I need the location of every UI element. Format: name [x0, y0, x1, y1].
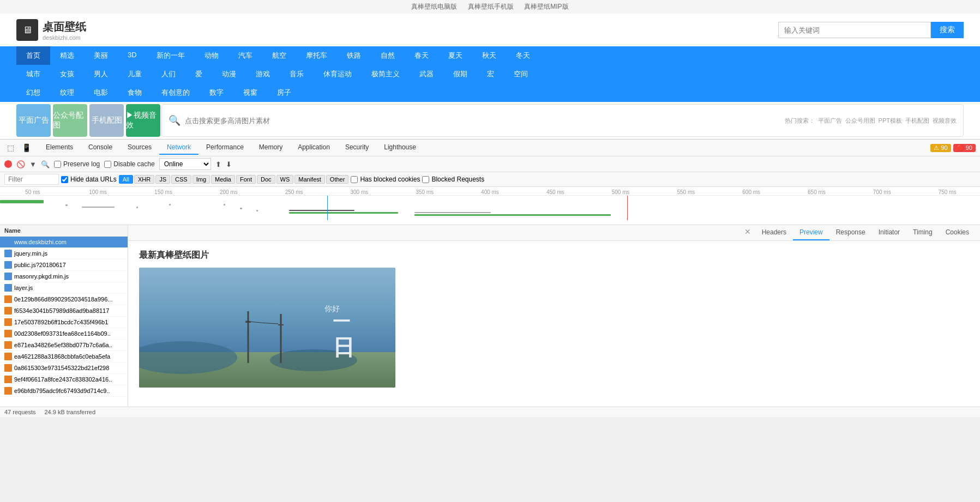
nav-item-城市[interactable]: 城市 — [16, 65, 50, 83]
banner-tag-1[interactable]: 平面广告 — [818, 117, 842, 125]
blocked-requests-checkbox[interactable] — [422, 176, 429, 183]
nav-item-有创意的[interactable]: 有创意的 — [152, 83, 200, 102]
nav-item-冬天[interactable]: 冬天 — [506, 46, 540, 65]
nav-item-铁路[interactable]: 铁路 — [337, 46, 371, 65]
record-button[interactable] — [4, 160, 12, 168]
request-item[interactable]: masonry.pkgd.min.js — [0, 271, 128, 282]
filter-input[interactable] — [4, 174, 59, 185]
mobile-icon[interactable]: 📱 — [19, 142, 34, 154]
nav-item-航空[interactable]: 航空 — [262, 46, 296, 65]
request-item[interactable]: public.js?20180617 — [0, 259, 128, 271]
nav-item-宏[interactable]: 宏 — [477, 65, 504, 83]
banner-card-2[interactable]: 手机配图 — [89, 104, 124, 137]
request-item[interactable]: 0e129b866d89902952034518a996... — [0, 294, 128, 305]
topbar-link-desktop[interactable]: 真棒壁纸电脑版 — [411, 3, 457, 10]
filter-type-xhr[interactable]: XHR — [134, 175, 154, 184]
filter-type-css[interactable]: CSS — [171, 175, 191, 184]
nav-item-空间[interactable]: 空间 — [504, 65, 538, 83]
request-item[interactable]: 0a8615303e9731545322bd21ef298 — [0, 362, 128, 374]
disable-cache-label[interactable]: Disable cache — [104, 160, 154, 168]
nav-item-假期[interactable]: 假期 — [443, 65, 477, 83]
preserve-log-checkbox[interactable] — [54, 161, 61, 168]
devtools-tab-elements[interactable]: Elements — [38, 141, 81, 155]
filter-type-other[interactable]: Other — [326, 175, 349, 184]
topbar-link-mip[interactable]: 真棒壁纸MIP版 — [524, 3, 568, 10]
nav-item-春天[interactable]: 春天 — [405, 46, 438, 65]
nav-item-秋天[interactable]: 秋天 — [472, 46, 506, 65]
filter-type-media[interactable]: Media — [211, 175, 235, 184]
has-blocked-cookies-checkbox[interactable] — [351, 176, 358, 183]
nav-item-幻想[interactable]: 幻想 — [16, 83, 50, 102]
devtools-tab-sources[interactable]: Sources — [120, 141, 159, 155]
nav-item-首页[interactable]: 首页 — [16, 46, 50, 65]
nav-item-夏天[interactable]: 夏天 — [438, 46, 472, 65]
banner-tag-4[interactable]: 手机配图 — [905, 117, 929, 125]
nav-item-音乐[interactable]: 音乐 — [280, 65, 314, 83]
request-item[interactable]: ea4621288a31868cbbfa6c0eba5efa — [0, 351, 128, 362]
hide-data-urls-checkbox[interactable] — [61, 176, 68, 183]
devtools-tab-network[interactable]: Network — [159, 141, 199, 155]
filter-icon[interactable]: ▼ — [29, 160, 37, 168]
nav-item-游戏[interactable]: 游戏 — [246, 65, 280, 83]
has-blocked-cookies-label[interactable]: Has blocked cookies — [351, 176, 420, 183]
banner-card-1[interactable]: 公众号配图 — [53, 104, 87, 137]
panel-tab-preview[interactable]: Preview — [793, 225, 829, 240]
clear-button[interactable]: 🚫 — [16, 160, 25, 168]
request-item[interactable]: www.deskbizhi.com — [0, 237, 128, 248]
nav-item-人们[interactable]: 人们 — [152, 65, 185, 83]
nav-item-动物[interactable]: 动物 — [195, 46, 229, 65]
nav-item-儿童[interactable]: 儿童 — [118, 65, 152, 83]
devtools-tab-application[interactable]: Application — [290, 141, 338, 155]
nav-item-电影[interactable]: 电影 — [84, 83, 118, 102]
panel-tab-response[interactable]: Response — [829, 225, 872, 240]
request-item[interactable]: 00d2308ef093731fea68ce1164b09.. — [0, 328, 128, 340]
filter-type-doc[interactable]: Doc — [257, 175, 275, 184]
request-item[interactable]: e96bfdb795adc9fc67493d9d714c9.. — [0, 385, 128, 397]
nav-item-房子[interactable]: 房子 — [267, 83, 301, 102]
search-icon[interactable]: 🔍 — [41, 160, 50, 168]
banner-card-3[interactable]: ▶视频音效 — [126, 104, 160, 137]
panel-tab-timing[interactable]: Timing — [906, 225, 939, 240]
search-input[interactable] — [778, 22, 931, 38]
request-item[interactable]: f6534e3041b57989d86ad9ba88117 — [0, 305, 128, 317]
banner-card-0[interactable]: 平面广告 — [16, 104, 51, 137]
banner-tag-5[interactable]: 视频音效 — [933, 117, 957, 125]
nav-item-视窗[interactable]: 视窗 — [233, 83, 267, 102]
nav-item-汽车[interactable]: 汽车 — [229, 46, 262, 65]
nav-item-纹理[interactable]: 纹理 — [50, 83, 84, 102]
nav-item-美丽[interactable]: 美丽 — [84, 46, 118, 65]
topbar-link-mobile[interactable]: 真棒壁纸手机版 — [468, 3, 514, 10]
panel-tab-initiator[interactable]: Initiator — [872, 225, 906, 240]
nav-item-男人[interactable]: 男人 — [84, 65, 118, 83]
cursor-icon[interactable]: ⬚ — [4, 142, 17, 154]
panel-tab-cookies[interactable]: Cookies — [939, 225, 976, 240]
filter-type-font[interactable]: Font — [236, 175, 256, 184]
nav-item-自然[interactable]: 自然 — [371, 46, 405, 65]
devtools-tab-performance[interactable]: Performance — [199, 141, 251, 155]
disable-cache-checkbox[interactable] — [104, 161, 111, 168]
close-panel-button[interactable]: ✕ — [740, 225, 755, 240]
nav-item-休育运动[interactable]: 休育运动 — [314, 65, 362, 83]
nav-item-新的一年[interactable]: 新的一年 — [147, 46, 195, 65]
nav-item-极简主义[interactable]: 极简主义 — [362, 65, 410, 83]
request-item[interactable]: jquery.min.js — [0, 248, 128, 259]
filter-type-ws[interactable]: WS — [276, 175, 294, 184]
devtools-tab-console[interactable]: Console — [81, 141, 120, 155]
banner-search-input[interactable] — [185, 117, 780, 125]
nav-item-摩托车[interactable]: 摩托车 — [296, 46, 337, 65]
filter-type-all[interactable]: All — [119, 175, 133, 184]
banner-tag-3[interactable]: PPT模板 — [879, 117, 902, 125]
nav-item-精选[interactable]: 精选 — [50, 46, 84, 65]
request-item[interactable]: e871ea34826e5ef38bd077b7c6a6a.. — [0, 340, 128, 351]
filter-type-img[interactable]: Img — [193, 175, 210, 184]
search-button[interactable]: 搜索 — [931, 22, 964, 38]
devtools-tab-security[interactable]: Security — [338, 141, 376, 155]
nav-item-武器[interactable]: 武器 — [410, 65, 443, 83]
devtools-tab-lighthouse[interactable]: Lighthouse — [376, 141, 424, 155]
nav-item-女孩[interactable]: 女孩 — [50, 65, 84, 83]
request-item[interactable]: 17e5037892b6ff1bcdc7c435f496b1 — [0, 317, 128, 328]
nav-item-爱[interactable]: 爱 — [185, 65, 212, 83]
filter-type-manifest[interactable]: Manifest — [294, 175, 325, 184]
nav-item-3D[interactable]: 3D — [118, 46, 147, 65]
hide-data-urls-label[interactable]: Hide data URLs — [61, 176, 117, 183]
